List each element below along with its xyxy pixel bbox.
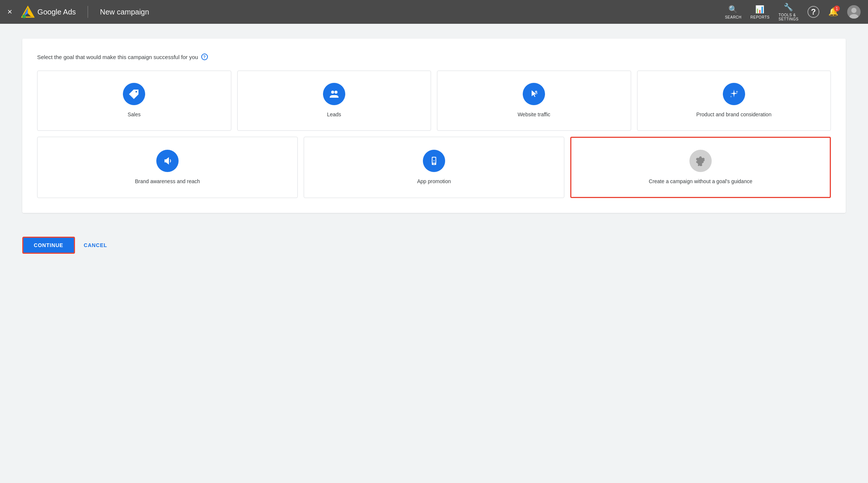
leads-icon-circle: [323, 83, 345, 105]
sales-icon-circle: [123, 83, 145, 105]
website-traffic-icon-circle: [523, 83, 545, 105]
notification-bell[interactable]: 🔔 1: [828, 7, 838, 17]
search-nav-label: SEARCH: [725, 15, 742, 19]
svg-point-4: [851, 8, 856, 13]
product-brand-icon-circle: [723, 83, 745, 105]
goals-row-2: Brand awareness and reach ▲ App promotio…: [37, 137, 831, 198]
tag-icon: [129, 89, 139, 99]
svg-text:▲: ▲: [433, 159, 435, 162]
google-ads-logo-icon: [21, 5, 35, 19]
svg-point-9: [335, 91, 337, 94]
svg-point-11: [536, 93, 538, 94]
sparkles-icon: [729, 89, 739, 99]
website-traffic-label: Website traffic: [518, 111, 550, 119]
brand-name: Google Ads: [37, 8, 76, 16]
app-promotion-label: App promotion: [417, 178, 451, 185]
reports-nav-icon: 📊: [755, 5, 765, 14]
svg-point-7: [136, 91, 137, 93]
no-goal-label: Create a campaign without a goal's guida…: [649, 178, 753, 185]
header-actions: 🔍 SEARCH 📊 REPORTS 🔧 TOOLS & SETTINGS ? …: [725, 3, 861, 21]
logo: Google Ads: [21, 5, 76, 19]
gear-icon: [695, 156, 706, 166]
goal-card-leads[interactable]: Leads: [237, 71, 431, 131]
bottom-action-bar: CONTINUE CANCEL: [0, 228, 868, 263]
goal-card-brand-awareness[interactable]: Brand awareness and reach: [37, 137, 298, 198]
close-button[interactable]: ×: [7, 7, 12, 17]
svg-point-14: [434, 163, 435, 164]
app-header: × Google Ads New campaign 🔍 SEARCH 📊 REP…: [0, 0, 868, 24]
continue-button[interactable]: CONTINUE: [22, 237, 75, 254]
goal-card-no-goal[interactable]: Create a campaign without a goal's guida…: [570, 137, 831, 198]
page-title: New campaign: [100, 8, 149, 16]
app-promotion-icon-circle: ▲: [423, 150, 445, 172]
search-nav-item[interactable]: 🔍 SEARCH: [725, 5, 742, 19]
avatar-image: [847, 5, 861, 19]
goal-card-app-promotion[interactable]: ▲ App promotion: [304, 137, 564, 198]
svg-point-8: [331, 91, 334, 94]
tools-nav-icon: 🔧: [784, 3, 793, 12]
header-divider: [88, 6, 88, 18]
goal-help-icon[interactable]: ?: [201, 54, 208, 60]
leads-label: Leads: [327, 111, 341, 119]
goal-prompt-text: Select the goal that would make this cam…: [37, 54, 198, 60]
tools-nav-label: TOOLS & SETTINGS: [779, 13, 799, 21]
brand-awareness-label: Brand awareness and reach: [135, 178, 200, 185]
brand-awareness-icon-circle: [156, 150, 179, 172]
avatar[interactable]: [847, 5, 861, 19]
goal-card-website-traffic[interactable]: Website traffic: [437, 71, 631, 131]
goal-card-product-brand[interactable]: Product and brand consideration: [637, 71, 831, 131]
goal-selection-card: Select the goal that would make this cam…: [22, 39, 846, 213]
goal-card-sales[interactable]: Sales: [37, 71, 231, 131]
speaker-icon: [162, 156, 173, 166]
goal-prompt: Select the goal that would make this cam…: [37, 54, 831, 60]
notification-badge: 1: [834, 6, 840, 12]
cursor-icon: [529, 89, 539, 99]
sales-label: Sales: [128, 111, 141, 119]
help-button[interactable]: ?: [807, 6, 819, 18]
phone-icon: ▲: [429, 156, 439, 166]
search-nav-icon: 🔍: [728, 5, 738, 14]
tools-nav-item[interactable]: 🔧 TOOLS & SETTINGS: [779, 3, 799, 21]
reports-nav-item[interactable]: 📊 REPORTS: [750, 5, 770, 19]
product-brand-label: Product and brand consideration: [696, 111, 771, 119]
goals-row-1: Sales Leads: [37, 71, 831, 131]
no-goal-icon-circle: [689, 150, 712, 172]
cancel-button[interactable]: CANCEL: [84, 242, 107, 248]
main-content: Select the goal that would make this cam…: [0, 24, 868, 228]
people-icon: [329, 89, 339, 99]
svg-point-2: [22, 14, 26, 18]
reports-nav-label: REPORTS: [750, 15, 770, 19]
